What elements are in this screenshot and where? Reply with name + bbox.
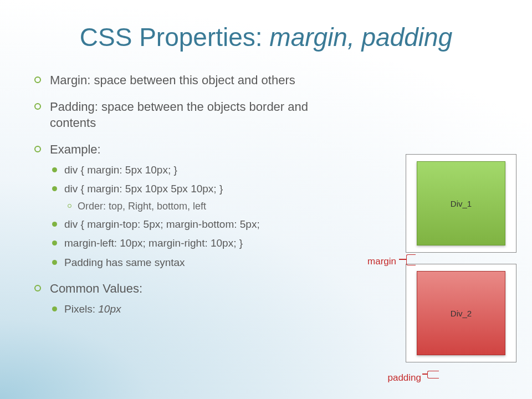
margin-gap bbox=[406, 253, 516, 264]
div-2-box: Div_2 bbox=[417, 271, 505, 355]
outer-box-2: Div_2 bbox=[406, 264, 516, 362]
example-line-2: div { margin: 5px 10px 5px 10px; } Order… bbox=[50, 181, 344, 213]
padding-bracket bbox=[427, 371, 439, 378]
bullet-margin-def: Margin: space between this object and ot… bbox=[33, 72, 344, 89]
padding-label: padding bbox=[387, 372, 421, 383]
slide-title: CSS Properties: margin, padding bbox=[0, 22, 532, 52]
outer-box-1: Div_1 bbox=[406, 154, 516, 253]
div-1-box: Div_1 bbox=[417, 161, 505, 245]
example-line-5: Padding has same syntax bbox=[50, 255, 344, 271]
margin-pointer-line bbox=[399, 259, 407, 260]
common-values-pixels: Pixels: 10px bbox=[50, 301, 344, 318]
example-line-3: div { margin-top: 5px; margin-bottom: 5p… bbox=[50, 217, 344, 233]
bullet-padding-def: Padding: space between the objects borde… bbox=[33, 99, 344, 131]
example-line-1: div { margin: 5px 10px; } bbox=[50, 162, 344, 178]
example-line-4: margin-left: 10px; margin-right: 10px; } bbox=[50, 236, 344, 252]
slide: CSS Properties: margin, padding Margin: … bbox=[0, 0, 532, 399]
title-italic: margin, padding bbox=[269, 23, 452, 52]
bullet-example: Example: div { margin: 5px 10px; } div {… bbox=[33, 141, 344, 270]
box-model-diagram: Div_1 Div_2 bbox=[406, 154, 516, 362]
example-order-note: Order: top, Right, bottom, left bbox=[64, 200, 344, 213]
bullet-example-label: Example: bbox=[50, 142, 101, 156]
common-values-label: Common Values: bbox=[50, 282, 142, 295]
margin-bracket bbox=[406, 254, 416, 265]
title-prefix: CSS Properties: bbox=[80, 23, 270, 52]
margin-label: margin bbox=[367, 256, 396, 267]
bullet-common-values: Common Values: Pixels: 10px bbox=[33, 280, 344, 317]
content-area: Margin: space between this object and ot… bbox=[33, 72, 344, 328]
